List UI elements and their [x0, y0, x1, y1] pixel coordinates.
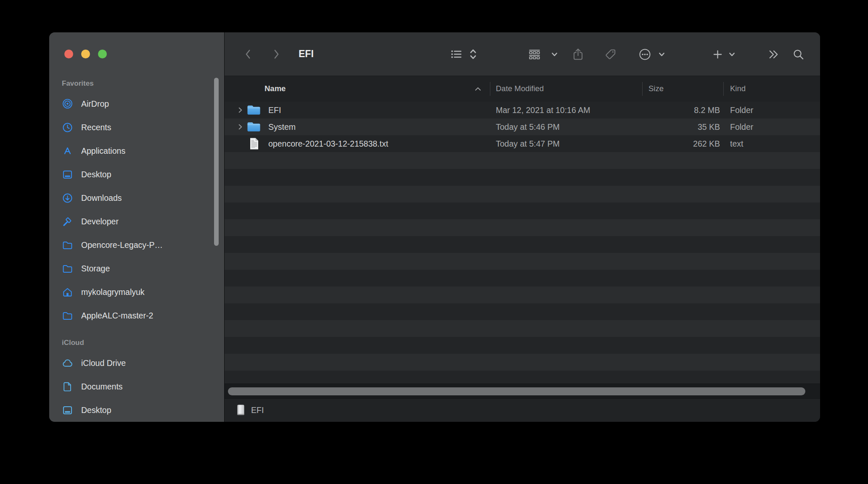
search-button[interactable] [789, 45, 807, 63]
applications-icon [62, 145, 73, 157]
list-stripe [225, 152, 820, 169]
sidebar-item-opencore-legacy-p[interactable]: Opencore-Legacy-P… [62, 236, 210, 254]
sidebar-section-favorites: FavoritesAirDropRecentsApplicationsDeskt… [62, 79, 210, 325]
sidebar-item-downloads[interactable]: Downloads [62, 189, 210, 207]
sidebar-item-label: Recents [81, 123, 111, 132]
file-date-modified: Today at 5:46 PM [496, 118, 560, 135]
more-options-icon [638, 48, 651, 61]
column-divider[interactable] [490, 82, 490, 96]
folder-icon [62, 239, 73, 251]
chevron-down-icon [728, 50, 736, 58]
sidebar-item-label: Opencore-Legacy-P… [81, 240, 163, 250]
disclosure-chevron-icon[interactable] [237, 124, 243, 130]
share-button[interactable] [569, 45, 587, 63]
file-kind: text [730, 135, 743, 152]
tag-icon [604, 48, 617, 61]
sidebar-item-developer[interactable]: Developer [62, 212, 210, 231]
sort-ascending-icon [474, 87, 482, 92]
list-stripe [225, 219, 820, 236]
sidebar-item-storage[interactable]: Storage [62, 259, 210, 278]
sidebar-item-applealc-master-2[interactable]: AppleALC-master-2 [62, 306, 210, 325]
disclosure-chevron-icon[interactable] [237, 107, 243, 113]
list-column-headers: Name Date Modified Size Kind [225, 76, 820, 102]
sidebar-item-label: Applications [81, 146, 125, 156]
list-stripe [225, 320, 820, 337]
horizontal-scrollbar-track [225, 384, 820, 399]
sort-order-icon [468, 47, 478, 61]
sidebar-item-label: Downloads [81, 193, 122, 203]
sidebar-item-applications[interactable]: Applications [62, 142, 210, 160]
list-stripe [225, 186, 820, 203]
column-header-kind[interactable]: Kind [730, 84, 746, 93]
finder-window: FavoritesAirDropRecentsApplicationsDeskt… [49, 32, 820, 422]
desktop-icon [62, 405, 73, 416]
toolbar-overflow-button[interactable] [764, 45, 782, 63]
minimize-button[interactable] [81, 50, 90, 58]
chevron-right-icon [272, 48, 281, 60]
sidebar-item-documents[interactable]: Documents [62, 377, 210, 396]
traffic-lights [64, 50, 107, 58]
sort-order-button[interactable] [464, 45, 482, 63]
file-size: 8.2 MB [630, 102, 720, 118]
document-icon [62, 381, 73, 392]
back-button[interactable] [239, 45, 257, 63]
file-row-opencore-2021-03-12-215838-txt[interactable]: opencore-2021-03-12-215838.txtToday at 5… [225, 135, 820, 152]
downloads-icon [62, 192, 73, 204]
horizontal-scrollbar[interactable] [228, 387, 805, 395]
disk-icon [236, 404, 246, 416]
close-button[interactable] [64, 50, 73, 58]
group-button[interactable] [525, 45, 544, 63]
folder-icon [62, 263, 73, 274]
folder-file-icon [247, 104, 261, 116]
sidebar-item-mykolagrymalyuk[interactable]: mykolagrymalyuk [62, 283, 210, 301]
column-divider[interactable] [723, 82, 724, 96]
tag-button[interactable] [601, 45, 619, 63]
column-divider[interactable] [642, 82, 643, 96]
sidebar-item-icloud-drive[interactable]: iCloud Drive [62, 354, 210, 372]
sidebar-item-airdrop[interactable]: AirDrop [62, 95, 210, 113]
content-area: EFI Name Date Modified Si [224, 32, 820, 422]
sidebar-item-label: Desktop [81, 170, 111, 179]
group-menu-button[interactable] [545, 45, 564, 63]
list-stripe [225, 270, 820, 287]
list-stripe [225, 203, 820, 219]
file-date-modified: Mar 12, 2021 at 10:16 AM [496, 102, 590, 118]
forward-button[interactable] [267, 45, 286, 63]
file-row-system[interactable]: SystemToday at 5:46 PM35 KBFolder [225, 118, 820, 135]
list-stripe [225, 303, 820, 320]
list-stripe [225, 169, 820, 186]
column-header-size[interactable]: Size [648, 84, 664, 93]
sidebar-item-label: iCloud Drive [81, 358, 126, 368]
add-menu-button[interactable] [722, 45, 741, 63]
file-size: 262 KB [630, 135, 720, 152]
view-list-button[interactable] [447, 45, 466, 63]
file-kind: Folder [730, 118, 753, 135]
airdrop-icon [62, 98, 73, 110]
list-stripe [225, 236, 820, 253]
file-row-efi[interactable]: EFIMar 12, 2021 at 10:16 AM8.2 MBFolder [225, 102, 820, 118]
list-stripe [225, 253, 820, 270]
add-icon [712, 49, 723, 60]
file-kind: Folder [730, 102, 753, 118]
sidebar-item-label: Desktop [81, 405, 111, 415]
more-menu-button[interactable] [652, 45, 671, 63]
sidebar-scrollbar[interactable] [214, 78, 219, 246]
text-file-icon [249, 137, 259, 150]
sidebar-item-label: Storage [81, 264, 110, 274]
column-header-date-modified[interactable]: Date Modified [496, 84, 544, 93]
sidebar-item-desktop[interactable]: Desktop [62, 401, 210, 419]
search-icon [792, 48, 804, 60]
sidebar: FavoritesAirDropRecentsApplicationsDeskt… [49, 32, 224, 422]
more-options-button[interactable] [635, 45, 654, 63]
file-name: EFI [268, 102, 281, 118]
sidebar-item-desktop[interactable]: Desktop [62, 165, 210, 184]
list-view-icon [450, 47, 463, 61]
list-stripe [225, 287, 820, 303]
sidebar-item-recents[interactable]: Recents [62, 118, 210, 137]
sidebar-section-title: iCloud [62, 339, 210, 347]
column-header-name[interactable]: Name [265, 84, 286, 93]
zoom-button[interactable] [98, 50, 107, 58]
overflow-icon [767, 48, 780, 60]
status-bar-location[interactable]: EFI [251, 405, 264, 415]
chevron-left-icon [243, 48, 253, 60]
